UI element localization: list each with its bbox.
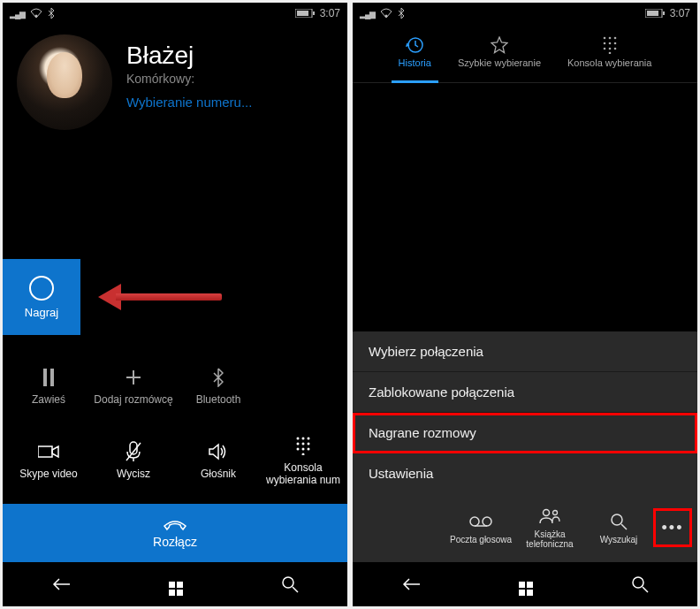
svg-point-35 (608, 52, 611, 54)
call-header: Błażej Komórkowy: Wybieranie numeru... (3, 24, 347, 130)
voicemail-icon (469, 512, 492, 531)
tabs: Historia Szybkie wybieranie Konsola wybi… (353, 24, 697, 83)
hangup-button[interactable]: Rozłącz (3, 504, 347, 562)
search-icon (610, 512, 628, 531)
caller-name: Błażej (126, 42, 333, 70)
voicemail-button[interactable]: Poczta głosowa (446, 512, 515, 544)
svg-point-34 (613, 48, 616, 50)
svg-point-31 (613, 42, 616, 45)
clock: 3:07 (320, 7, 340, 19)
svg-point-41 (612, 514, 622, 525)
svg-rect-6 (38, 446, 52, 457)
svg-rect-4 (43, 369, 47, 386)
more-menu: Wybierz połączenia Zablokowane połączeni… (353, 331, 697, 493)
status-bar: 3:07 (353, 3, 697, 24)
svg-rect-2 (313, 11, 315, 15)
pause-icon (42, 367, 56, 388)
dialpad-icon (603, 36, 617, 54)
search-nav-button[interactable] (631, 575, 649, 593)
nav-bar (3, 562, 347, 606)
more-button[interactable]: ••• (653, 508, 692, 547)
svg-point-13 (302, 442, 305, 445)
svg-point-28 (613, 37, 616, 40)
status-bar: 3:07 (3, 3, 347, 24)
skype-video-button[interactable]: Skype video (6, 423, 91, 498)
svg-point-26 (603, 37, 605, 40)
svg-point-12 (297, 442, 300, 445)
bluetooth-icon (398, 7, 405, 19)
record-label: Nagraj (25, 306, 58, 319)
svg-point-16 (302, 447, 305, 450)
svg-point-0 (35, 15, 38, 18)
tab-history[interactable]: Historia (393, 33, 437, 75)
hold-button[interactable]: Zawieś (6, 349, 91, 423)
svg-rect-24 (647, 11, 658, 16)
menu-blocked-calls[interactable]: Zablokowane połączenia (353, 372, 697, 413)
svg-point-19 (283, 577, 293, 588)
home-button[interactable] (519, 574, 533, 596)
menu-settings[interactable]: Ustawienia (353, 453, 697, 493)
svg-point-33 (608, 48, 611, 50)
add-caller-button[interactable]: Dodaj rozmówcę (91, 349, 176, 423)
caller-avatar[interactable] (17, 34, 112, 130)
svg-point-18 (302, 453, 305, 455)
hangup-label: Rozłącz (153, 535, 197, 549)
svg-point-36 (470, 517, 479, 526)
speaker-button[interactable]: Głośnik (176, 423, 261, 498)
svg-point-17 (308, 447, 310, 450)
svg-point-10 (302, 437, 305, 439)
home-button[interactable] (169, 574, 183, 596)
mute-icon (126, 441, 141, 462)
history-icon (406, 36, 423, 54)
call-screen: 3:07 Błażej Komórkowy: Wybieranie numeru… (3, 3, 347, 606)
svg-point-21 (385, 15, 388, 18)
svg-point-15 (297, 447, 300, 450)
svg-rect-23 (663, 11, 665, 15)
annotation-arrow (98, 284, 222, 310)
bluetooth-icon (213, 367, 224, 388)
more-icon: ••• (662, 519, 684, 537)
nav-bar (353, 562, 697, 606)
svg-point-40 (553, 511, 558, 515)
svg-point-27 (608, 37, 611, 40)
svg-line-44 (643, 587, 648, 592)
svg-point-37 (483, 517, 491, 526)
tab-speed-dial[interactable]: Szybkie wybieranie (453, 33, 546, 75)
svg-rect-3 (297, 11, 308, 16)
svg-point-39 (544, 510, 550, 516)
wifi-icon (380, 8, 392, 19)
dialpad-button[interactable]: Konsola wybierania num (261, 423, 346, 498)
star-icon (491, 36, 508, 54)
phonebook-button[interactable]: Książka telefoniczna (515, 506, 584, 549)
svg-point-14 (308, 442, 310, 445)
call-type: Komórkowy: (126, 72, 333, 86)
tab-dialpad[interactable]: Konsola wybierania (562, 33, 657, 75)
record-icon (29, 276, 54, 301)
bluetooth-button[interactable]: Bluetooth (176, 349, 261, 423)
phone-app-screen: 3:07 Historia Szybkie wybieranie (353, 3, 697, 606)
back-button[interactable] (401, 577, 421, 591)
search-nav-button[interactable] (281, 575, 299, 593)
hangup-icon (163, 517, 187, 531)
svg-point-43 (633, 577, 643, 588)
speaker-icon (209, 441, 228, 462)
battery-icon (645, 9, 665, 18)
signal-icon (360, 7, 375, 19)
back-button[interactable] (51, 577, 71, 591)
signal-icon (10, 7, 25, 19)
menu-recorded-calls[interactable]: Nagrane rozmowy (353, 413, 697, 453)
svg-point-32 (603, 48, 605, 50)
svg-line-20 (293, 587, 298, 592)
search-button[interactable]: Wyszukaj (584, 512, 653, 544)
video-icon (38, 441, 59, 462)
plus-icon (125, 367, 142, 388)
svg-point-30 (608, 42, 611, 45)
bottom-actions: Poczta głosowa Książka telefoniczna Wysz… (353, 493, 697, 562)
call-status: Wybieranie numeru... (126, 95, 333, 110)
record-button[interactable]: Nagraj (3, 259, 80, 335)
bluetooth-icon (48, 7, 55, 19)
svg-line-42 (621, 524, 627, 529)
menu-select-calls[interactable]: Wybierz połączenia (353, 331, 697, 372)
mute-button[interactable]: Wycisz (91, 423, 176, 498)
wifi-icon (30, 8, 42, 19)
